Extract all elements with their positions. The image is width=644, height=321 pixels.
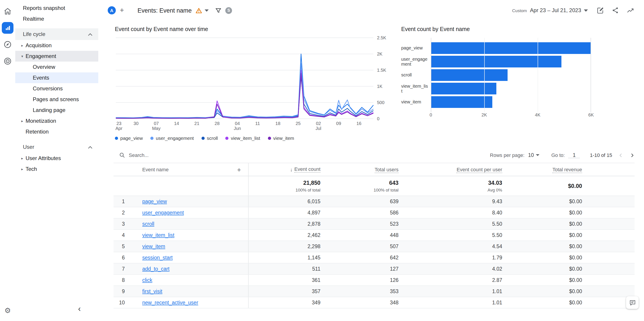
sidebar-item-reports-snapshot[interactable]: Reports snapshot [15, 3, 98, 14]
gridline [484, 38, 485, 112]
home-icon[interactable] [2, 6, 14, 17]
sidebar-item-monetization[interactable]: ▸Monetization [15, 115, 98, 126]
row-index: 3 [114, 221, 128, 227]
bar-view-item-list[interactable] [431, 83, 496, 94]
date-range-picker[interactable]: Apr 23 – Jul 21, 2023 [530, 7, 588, 14]
svg-text:2K: 2K [377, 52, 382, 56]
header-controls: Custom Apr 23 – Jul 21, 2023 [512, 7, 634, 14]
row-index: 1 [114, 199, 128, 204]
svg-text:Jul: Jul [316, 126, 321, 131]
totals-total-users: 643 100% of total [320, 180, 398, 192]
event-name-link[interactable]: add_to_cart [142, 266, 170, 271]
event-name-link[interactable]: first_visit [142, 289, 162, 294]
total-revenue-column-header[interactable]: Total revenue [502, 167, 582, 172]
go-to-page-input[interactable] [568, 152, 580, 158]
collapse-sidebar-button[interactable]: ‹ [78, 305, 81, 313]
x-tick-label: 2K [482, 112, 487, 117]
table-row: 6session_start1,1456421.79$0.00 [114, 252, 634, 263]
event-name-link[interactable]: user_engagement [142, 210, 184, 215]
filter-icon[interactable] [215, 7, 222, 14]
legend-item-user-engagement[interactable]: user_engagement [150, 135, 194, 141]
sidebar-section-user[interactable]: User [15, 141, 98, 153]
comparison-badge[interactable]: S [225, 7, 232, 14]
sidebar-item-retention[interactable]: Retention [15, 126, 98, 137]
sidebar-item-tech[interactable]: ▸Tech [15, 164, 98, 175]
legend-label: view_item_list [231, 135, 260, 141]
add-comparison-button[interactable]: + [120, 7, 124, 14]
caret-right-icon: ▸ [19, 43, 26, 47]
sidebar-section-life-cycle[interactable]: Life cycle [15, 28, 98, 40]
feedback-button[interactable] [626, 296, 638, 309]
event-name-link[interactable]: view_item [142, 244, 165, 249]
event-name-link[interactable]: click [142, 277, 152, 283]
event-name-link[interactable]: scroll [142, 221, 154, 227]
event-name-link[interactable]: page_view [142, 199, 167, 204]
per-user-column-header[interactable]: Event count per user [398, 167, 502, 172]
revenue-cell: $0.00 [502, 244, 582, 249]
sidebar-item-engagement[interactable]: ▾Engagement [15, 51, 98, 62]
event-count-cell: 2,298 [248, 241, 320, 252]
revenue-cell: $0.00 [502, 289, 582, 294]
sidebar-item-user-attributes[interactable]: ▸User Attributes [15, 153, 98, 164]
legend-dot [268, 136, 271, 140]
legend-dot [202, 136, 205, 140]
line-chart-title: Event count by Event name over time [115, 26, 402, 32]
total-users-cell: 126 [320, 277, 398, 283]
event-count-column-header[interactable]: ↓ Event count [248, 163, 320, 176]
event-count-cell: 6,015 [248, 196, 320, 207]
date-preset-label: Custom [512, 8, 527, 13]
previous-page-button[interactable] [618, 153, 623, 157]
sidebar-item-events[interactable]: Events [15, 72, 98, 83]
event-count-cell: 357 [248, 286, 320, 297]
rows-per-page-select[interactable]: 10 [528, 152, 540, 158]
warning-icon[interactable] [196, 8, 202, 13]
legend-item-page-view[interactable]: page_view [115, 135, 143, 141]
legend-item-scroll[interactable]: scroll [202, 135, 218, 141]
search-input[interactable] [129, 152, 205, 158]
event-name-link[interactable]: view_item_list [142, 232, 174, 238]
per-user-cell: 1.79 [398, 255, 502, 260]
sidebar-item-overview[interactable]: Overview [15, 62, 98, 72]
bar-page-view[interactable] [431, 42, 591, 54]
row-index: 9 [114, 289, 128, 294]
svg-text:2.5K: 2.5K [377, 35, 386, 40]
total-users-column-header[interactable]: Total users [320, 167, 398, 172]
next-page-button[interactable] [630, 153, 634, 157]
event-name-link[interactable]: session_start [142, 255, 173, 260]
event-name-link[interactable]: new_recent_active_user [142, 300, 198, 305]
avatar[interactable]: A [108, 6, 116, 14]
sidebar-item-conversions[interactable]: Conversions [15, 83, 98, 94]
svg-text:May: May [152, 126, 161, 131]
share-icon[interactable] [612, 7, 619, 14]
x-tick-label: 0 [430, 112, 432, 117]
gear-icon[interactable]: ⚙ [0, 306, 15, 315]
total-users-cell: 523 [320, 221, 398, 227]
event-name-cell: new_recent_active_user [128, 300, 248, 305]
explore-icon[interactable] [2, 39, 14, 50]
insights-icon[interactable] [626, 7, 634, 14]
axis-line [590, 38, 591, 112]
feedback-bubble-icon [629, 299, 636, 306]
sidebar-item-landing-page[interactable]: Landing page [15, 105, 98, 115]
per-user-cell: 9.43 [398, 199, 502, 204]
add-dimension-button[interactable]: + [237, 166, 241, 173]
event-name-column-header[interactable]: Event name + [128, 166, 248, 173]
sidebar-item-acquisition[interactable]: ▸Acquisition [15, 40, 98, 51]
legend-item-view-item-list[interactable]: view_item_list [226, 135, 260, 141]
legend-item-view-item[interactable]: view_item [268, 135, 294, 141]
per-user-cell: 1.01 [398, 289, 502, 294]
reports-icon[interactable] [2, 22, 14, 34]
bar-view-item[interactable] [431, 96, 492, 108]
sidebar-item-pages-and-screens[interactable]: Pages and screens [15, 94, 98, 105]
bar-user-engagement[interactable] [431, 56, 562, 67]
advertising-icon[interactable] [2, 55, 14, 67]
per-user-cell: 8.40 [398, 210, 502, 215]
table-row: 1page_view6,0156399.43$0.00 [114, 196, 634, 207]
report-dimension-dropdown[interactable] [205, 9, 209, 12]
pagination-range-label: 1-10 of 15 [590, 152, 612, 158]
customize-report-icon[interactable] [596, 7, 604, 14]
sidebar-item-realtime[interactable]: Realtime [15, 14, 98, 24]
column-header-label: Event name [142, 167, 168, 172]
revenue-cell: $0.00 [502, 232, 582, 238]
bar-scroll[interactable] [431, 69, 508, 81]
